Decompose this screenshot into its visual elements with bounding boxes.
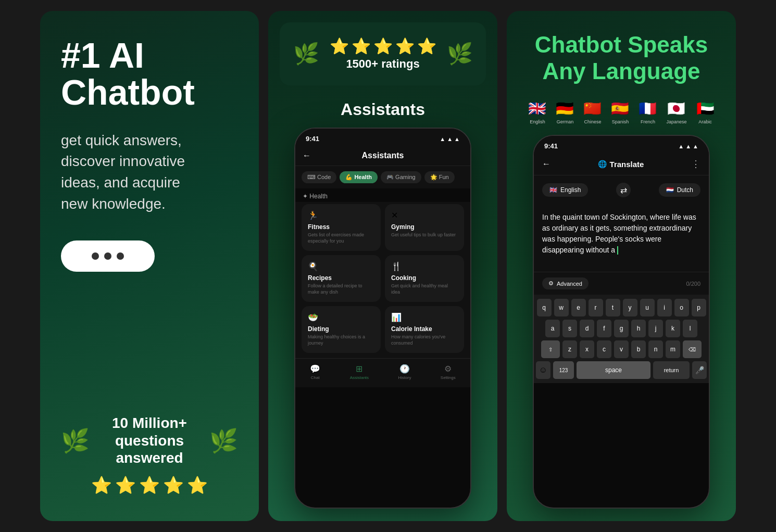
from-lang-flag: 🇬🇧 [549,186,557,194]
settings-nav-label: Settings [441,375,456,380]
key-backspace[interactable]: ⌫ [683,340,702,358]
key-mic[interactable]: 🎤 [692,361,707,379]
dieting-icon: 🥗 [308,312,374,322]
dot-2 [104,252,111,260]
key-a[interactable]: a [545,320,560,337]
history-nav-label: History [398,375,411,380]
key-y[interactable]: y [623,299,637,316]
key-k[interactable]: k [666,320,680,337]
key-123[interactable]: 123 [553,361,574,379]
swap-languages-button[interactable]: ⇄ [616,183,631,197]
japanese-flag-icon: 🇯🇵 [667,100,685,117]
key-v[interactable]: v [614,340,629,358]
settings-nav-icon: ⚙ [444,364,452,374]
ratings-box: 🌿 ⭐ ⭐ ⭐ ⭐ ⭐ 1500+ ratings 🌿 [280,22,486,85]
phone-screen-title: Assistants [362,151,404,160]
key-e[interactable]: e [571,299,586,316]
hero-subtitle: get quick answers, discover innovative i… [61,130,238,214]
translate-advanced-row: ⚙ Advanced 0/200 [534,272,709,295]
tab-code[interactable]: ⌨ Code [302,171,336,183]
gyming-title: Gyming [391,223,458,231]
japanese-label: Japanese [666,119,686,124]
lang-english: 🇬🇧 English [528,100,546,124]
card-cooking[interactable]: 🍴 Cooking Get quick and healthy meal ide… [385,255,464,302]
to-language-button[interactable]: 🇳🇱 Dutch [659,183,700,197]
french-label: French [641,119,655,124]
from-language-button[interactable]: 🇬🇧 English [542,183,588,197]
chinese-label: Chinese [584,119,601,124]
key-w[interactable]: w [554,299,569,316]
card-fitness[interactable]: 🏃 Fitness Gets list of exercises made es… [302,204,381,251]
cooking-title: Cooking [391,274,458,282]
million-line1: 10 Million+ [97,414,202,432]
assistants-nav-label: Assistants [350,375,369,380]
cooking-desc: Get quick and healthy meal idea [391,283,458,295]
key-m[interactable]: m [666,340,680,358]
keyboard-row-2: a s d f g h j k l [536,320,707,337]
key-s[interactable]: s [562,320,577,337]
nav-history[interactable]: 🕐 History [398,364,411,380]
history-nav-icon: 🕐 [399,364,410,374]
advanced-label: Advanced [557,281,582,287]
key-x[interactable]: x [580,340,594,358]
key-u[interactable]: u [640,299,655,316]
advanced-button[interactable]: ⚙ Advanced [542,277,589,289]
lang-spanish: 🇪🇸 Spanish [611,100,629,124]
fitness-title: Fitness [308,223,374,231]
lang-german: 🇩🇪 German [556,100,574,124]
german-label: German [557,119,574,124]
translate-back-button[interactable]: ← [542,159,550,169]
fitness-icon: 🏃 [308,210,374,220]
key-c[interactable]: c [597,340,611,358]
translate-status-bar: 9:41 ▲ ▲ ▲ [534,136,709,153]
nav-chat[interactable]: 💬 Chat [310,364,320,380]
key-shift[interactable]: ⇧ [541,340,560,358]
card-recipes[interactable]: 🍳 Recipes Follow a detailed recipe to ma… [302,255,381,302]
card-gyming[interactable]: ✕ Gyming Get useful tips to bulk up fast… [385,204,464,251]
translate-input-area[interactable]: In the quaint town of Sockington, where … [534,205,709,272]
char-count: 0/200 [686,281,700,287]
key-q[interactable]: q [537,299,552,316]
tab-fun[interactable]: 🌟 Fun [424,171,455,183]
translate-phone-time: 9:41 [544,142,558,150]
to-lang-label: Dutch [677,186,693,194]
translate-more-icon[interactable]: ⋮ [691,158,700,170]
german-flag-icon: 🇩🇪 [556,100,574,117]
key-d[interactable]: d [580,320,594,337]
assistants-label: Assistants [341,100,425,119]
health-section-label: ✦ Health [295,188,470,202]
key-space[interactable]: space [577,361,650,379]
calorie-title: Calorie Intake [391,325,458,333]
key-z[interactable]: z [562,340,577,358]
key-j[interactable]: j [648,320,663,337]
nav-assistants[interactable]: ⊞ Assistants [350,364,369,380]
key-h[interactable]: h [631,320,646,337]
panel-2: 🌿 ⭐ ⭐ ⭐ ⭐ ⭐ 1500+ ratings 🌿 Assistants 9… [268,11,497,521]
spanish-flag-icon: 🇪🇸 [611,100,629,117]
key-o[interactable]: o [674,299,689,316]
panel-1-top-content: #1 AI Chatbot get quick answers, discove… [61,37,238,272]
arabic-label: Arabic [698,119,712,124]
phone-status-bar: 9:41 ▲ ▲ ▲ [295,129,470,146]
ratings-laurel-left: 🌿 [293,42,319,66]
recipes-desc: Follow a detailed recipe to make any dis… [308,283,374,295]
key-emoji[interactable]: ☺ [536,361,550,379]
tab-gaming[interactable]: 🎮 Gaming [381,171,421,183]
nav-settings[interactable]: ⚙ Settings [441,364,456,380]
key-l[interactable]: l [683,320,697,337]
key-r[interactable]: r [589,299,603,316]
key-i[interactable]: i [657,299,672,316]
key-return[interactable]: return [653,361,690,379]
chinese-flag-icon: 🇨🇳 [583,100,602,117]
key-f[interactable]: f [597,320,611,337]
tab-health[interactable]: 💪 Health [340,171,378,183]
key-p[interactable]: p [692,299,706,316]
key-g[interactable]: g [614,320,629,337]
key-b[interactable]: b [631,340,646,358]
phone-back-button[interactable]: ← [303,151,311,160]
keyboard-bottom-row: ☺ 123 space return 🎤 [536,361,707,379]
key-t[interactable]: t [606,299,620,316]
card-calorie[interactable]: 📊 Calorie Intake How many calories you'v… [385,306,464,353]
key-n[interactable]: n [648,340,663,358]
card-dieting[interactable]: 🥗 Dieting Making healthy choices is a jo… [302,306,381,353]
